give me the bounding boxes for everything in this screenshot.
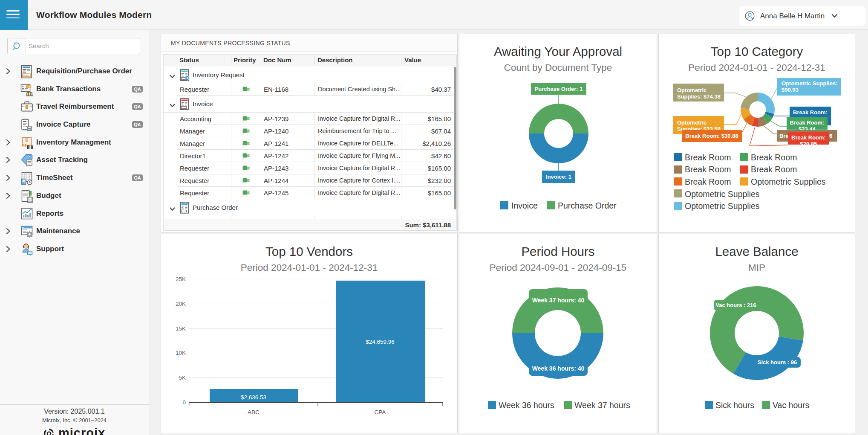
svg-text:Week 36 hours: 40: Week 36 hours: 40 xyxy=(532,365,585,372)
svg-text:Week 37 hours: 40: Week 37 hours: 40 xyxy=(532,297,585,304)
svg-text:25K: 25K xyxy=(176,276,186,282)
svg-text:0: 0 xyxy=(182,399,186,406)
svg-text:20K: 20K xyxy=(176,301,186,307)
svg-text:15K: 15K xyxy=(176,325,186,332)
svg-text:$2,636.53: $2,636.53 xyxy=(241,394,266,400)
svg-text:Vac hours : 216: Vac hours : 216 xyxy=(715,302,756,308)
svg-text:ABC: ABC xyxy=(248,409,260,415)
svg-text:Sick hours : 96: Sick hours : 96 xyxy=(758,359,797,365)
svg-text:10K: 10K xyxy=(176,350,186,356)
svg-text:$24,659.96: $24,659.96 xyxy=(366,339,395,345)
svg-text:CPA: CPA xyxy=(375,409,386,415)
svg-text:5K: 5K xyxy=(179,374,186,381)
